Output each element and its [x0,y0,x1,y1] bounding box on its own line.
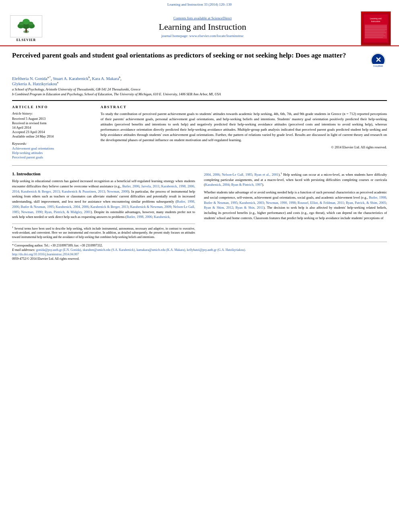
ref-karabenick-berger[interactable]: Karabenick & Berger, 2013 [21,189,60,193]
affiliation-a: a School of Psychology, Aristotle Univer… [12,87,387,91]
ref-ryan-patrick[interactable]: Ryan, Patrick, & Shim, 2005 [346,201,386,205]
header-divider [12,100,387,101]
crossmark-badge[interactable]: ✕ CrossMark CrossMark [369,51,387,69]
ref-butler-neuman[interactable]: Butler & Neuman, 1995 [21,205,54,209]
ref-newman-2000[interactable]: Newman, 2000 [107,189,128,193]
keyword-2[interactable]: Help-seeking attitudes [12,151,93,155]
issn-line: 0959-4752/© 2014 Elsevier Ltd. All right… [12,257,387,261]
right-para-2: Whether students take advantage of or av… [204,190,387,221]
ref-karabenick-berger2[interactable]: Karabenick & Berger, 2013 [90,205,128,209]
abstract-column: ABSTRACT To study the contribution of pe… [101,105,387,160]
intro-section-title: 1. Introduction [12,171,195,176]
elsevier-tree-icon [12,18,40,34]
author1-link[interactable]: Eleftheria N. Gonida [12,76,47,81]
article-history: Article history: Received 5 August 2013 … [12,111,93,138]
keywords-label: Keywords: [12,142,93,146]
revised-label: Received in revised form [12,121,93,125]
ref-butler-1998b[interactable]: Butler, 1998 [369,195,386,199]
section-number: 1. [12,171,15,176]
ref-butler-neuman-1995[interactable]: Butler & Neuman, 1995 [204,201,237,205]
copyright-line: © 2014 Elsevier Ltd. All rights reserved… [101,145,387,149]
elsevier-brand-label: ELSEVIER [16,38,36,42]
ref-ryan-shin[interactable]: Ryan & Shin, 2011 [236,205,264,210]
ref-newman-1990b[interactable]: Newman, 1990, 1998 [266,201,296,205]
keyword-1[interactable]: Achievement goal orientations [12,146,93,150]
journal-title: Learning and Instruction [44,22,361,32]
keyword-3[interactable]: Perceived parent goals [12,155,93,159]
journal-homepage-link[interactable]: journal homepage: www.elsevier.com/locat… [44,34,361,38]
ref-karabenick-puustinen[interactable]: Karabenick & Puustinen, 2013 [62,189,105,193]
author3-link[interactable]: Kara A. Makara [92,76,119,81]
footnote-area: 1 Several terms have been used to descri… [12,224,195,239]
ref-roussel[interactable]: Roussel, Elliot, & Feldman, 2011 [298,201,344,205]
journal-cover-image: Learning and Instruction [363,13,389,43]
elsevier-logo-image [10,15,42,37]
svg-text:Learning and: Learning and [370,17,381,20]
crossmark-icon: ✕ CrossMark CrossMark [370,52,386,68]
ref-2004-2006[interactable]: 2004, 2006 [204,173,220,177]
ref-ryan-pintrich-1997[interactable]: Ryan & Pintrich, 1997 [231,183,262,187]
keywords-section: Keywords: Achievement goal orientations … [12,142,93,159]
body-right-column: 2004, 2006; Nelson-Le Gall, 1985; Ryan e… [204,171,387,239]
accepted-date: Accepted 23 April 2014 [12,130,93,134]
email-addresses: E-mail addresses: gonida@psy.auth.gr (E.… [12,248,387,252]
online-date: Available online 24 May 2014 [12,134,93,138]
abstract-header: ABSTRACT [101,105,387,109]
doi-link[interactable]: http://dx.doi.org/10.1016/j.learninstruc… [12,253,387,256]
main-content: Perceived parent goals and student goal … [0,46,399,160]
ref-karabenick-newman[interactable]: Karabenick & Newman, 2009 [130,205,171,209]
author2-link[interactable]: Stuart A. Karabenick [53,76,88,81]
section-divider [12,165,387,166]
footnote-number: 1 [12,226,13,228]
body-content: 1. Introduction Help seeking in educatio… [0,171,399,239]
section-label: Introduction [16,171,41,176]
journal-center-header: Contents lists available at ScienceDirec… [44,16,361,41]
email-list: gonida@psy.auth.gr (E.N. Gonida), skarab… [36,248,246,252]
intro-paragraph-1: Help seeking in educational contexts has… [12,179,195,220]
svg-text:CrossMark: CrossMark [373,65,383,67]
revised-date: 14 April 2014 [12,125,93,129]
ref-karabenick-direct[interactable]: Karabenick, [154,215,171,219]
journal-header: ELSEVIER Contents lists available at Sci… [0,8,399,46]
ref-butler-2006[interactable]: Butler, 2006 [122,184,139,188]
sciencedirect-link[interactable]: Contents lists available at ScienceDirec… [44,16,361,20]
elsevier-logo: ELSEVIER [8,15,44,42]
svg-text:Instruction: Instruction [371,20,380,23]
corresponding-author: * Corresponding author. Tel.: +30 231099… [12,244,387,247]
ref-karabenick-2003[interactable]: Karabenick, 2003 [239,201,264,205]
ref-karabenick-2004[interactable]: Karabenick, 2004, 2006 [56,205,88,209]
email-label: E-mail addresses: [12,248,35,252]
affiliation-b: b Combined Program in Education and Psyc… [12,92,387,96]
ref-ryan-pintrich[interactable]: Ryan, Pintrich, & Midgley, 2001 [45,210,91,214]
journal-reference-bar: Learning and Instruction 33 (2014) 120–1… [0,0,399,8]
article-info-header: ARTICLE INFO [12,105,93,109]
footnote-content: Several terms have been used to describe… [12,227,195,239]
ref-nelson-gall-1985[interactable]: Nelson-Le Gall, 1985 [222,173,252,177]
abstract-text: To study the contribution of perceived p… [101,111,387,143]
journal-cover-thumbnail: Learning and Instruction [361,11,391,45]
authors-section: Eleftheria N. Gonidaa,*, Stuart A. Karab… [12,76,387,86]
article-title-section: Perceived parent goals and student goal … [12,51,387,72]
right-para-1: 2004, 2006; Nelson-Le Gall, 1985; Ryan e… [204,171,387,187]
info-abstract-columns: ARTICLE INFO Article history: Received 5… [12,105,387,160]
svg-rect-12 [365,25,387,39]
author4-link[interactable]: Glykeria A. Hatzikyriakou [12,81,57,86]
svg-text:✕: ✕ [375,56,381,64]
svg-point-7 [28,22,33,25]
article-info-column: ARTICLE INFO Article history: Received 5… [12,105,93,160]
history-label: Article history: [12,111,93,115]
ref-newman-1990[interactable]: Newman, 1990 [21,210,42,214]
article-title: Perceived parent goals and student goal … [12,51,369,60]
ref-ryan-2001[interactable]: Ryan et al., 2001 [254,173,278,177]
ref-karabenick-2004b[interactable]: Karabenick, 2004 [205,183,229,187]
ref-butler-direct[interactable]: Butler, 1998, 2006 [127,215,152,219]
ref-jarvela[interactable]: Jarvela, 2011 [141,184,159,188]
footnote-text: 1 Several terms have been used to descri… [12,226,195,239]
body-left-column: 1. Introduction Help seeking in educatio… [12,171,195,239]
journal-reference: Learning and Instruction 33 (2014) 120–1… [167,2,232,6]
received-date: Received 5 August 2013 [12,117,93,121]
svg-point-6 [19,22,24,25]
affiliations-section: a School of Psychology, Aristotle Univer… [12,87,387,96]
bottom-bar: * Corresponding author. Tel.: +30 231099… [0,239,399,263]
ref-ryan-shim[interactable]: Ryan & Shim, 2012 [204,205,233,210]
